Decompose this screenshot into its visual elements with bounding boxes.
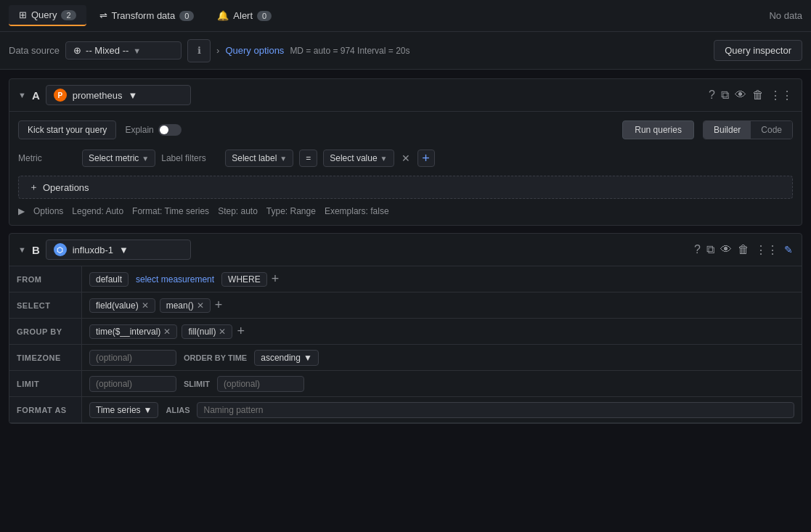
add-select-button[interactable]: + xyxy=(215,298,223,313)
select-key: SELECT xyxy=(9,292,82,319)
copy-icon[interactable]: ⧉ xyxy=(721,89,729,102)
mixed-selector-value: -- Mixed -- xyxy=(86,45,129,56)
chevron-down-icon: ▼ xyxy=(380,155,388,163)
query-options-button[interactable]: Query options xyxy=(225,45,284,56)
mixed-icon: ⊕ xyxy=(73,45,81,56)
tab-transform[interactable]: ⇌ Transform data 0 xyxy=(89,6,205,25)
query-block-b: ▼ B ⬡ influxdb-1 ▼ ? ⧉ 👁 🗑 ⋮⋮ ✎ FROM xyxy=(9,233,802,424)
format-as-value: Time series ▼ ALIAS xyxy=(82,397,802,423)
run-queries-button[interactable]: Run queries xyxy=(622,120,694,139)
chevron-down-icon: ▼ xyxy=(144,405,152,415)
expand-icon: › xyxy=(216,45,219,56)
eye-b-icon[interactable]: 👁 xyxy=(720,243,732,256)
query-meta: MD = auto = 974 Interval = 20s xyxy=(290,46,409,56)
order-by-time-label: ORDER BY TIME xyxy=(181,353,250,362)
query-inspector-button[interactable]: Query inspector xyxy=(714,40,802,61)
alert-icon: 🔔 xyxy=(217,10,229,21)
help-icon[interactable]: ? xyxy=(709,89,715,102)
remove-time-interval-icon[interactable]: ✕ xyxy=(163,327,171,337)
copy-b-icon[interactable]: ⧉ xyxy=(706,243,714,256)
kick-start-button[interactable]: Kick start your query xyxy=(18,120,116,139)
influx-query-grid: FROM default select measurement WHERE + … xyxy=(9,266,802,423)
metric-selector[interactable]: Select metric ▼ xyxy=(82,150,155,167)
chevron-down-icon: ▼ xyxy=(133,46,141,55)
code-tab[interactable]: Code xyxy=(751,121,792,139)
query-a-datasource-selector[interactable]: P prometheus ▼ xyxy=(46,85,191,105)
transform-icon: ⇌ xyxy=(99,10,107,21)
remove-mean-icon[interactable]: ✕ xyxy=(197,300,204,311)
delete-icon[interactable]: 🗑 xyxy=(752,89,764,102)
chevron-down-icon: ▼ xyxy=(128,90,137,101)
value-selector[interactable]: Select value ▼ xyxy=(323,150,394,167)
where-button[interactable]: WHERE xyxy=(221,272,267,287)
query-b-datasource-selector[interactable]: ⬡ influxdb-1 ▼ xyxy=(46,240,191,260)
eye-icon[interactable]: 👁 xyxy=(735,89,746,102)
chevron-down-icon: ▼ xyxy=(280,155,287,163)
data-source-selector[interactable]: ⊕ -- Mixed -- ▼ xyxy=(65,41,182,60)
select-measurement-button[interactable]: select measurement xyxy=(133,273,217,286)
query-b-datasource-name: influxdb-1 xyxy=(73,245,113,255)
chevron-down-icon: ▼ xyxy=(119,245,129,255)
exemplars-option: Exemplars: false xyxy=(325,206,389,216)
info-button[interactable]: ℹ xyxy=(187,39,211,62)
fill-null-tag[interactable]: fill(null) ✕ xyxy=(182,324,232,339)
explain-toggle-pill[interactable] xyxy=(158,124,182,136)
no-data-message: No data xyxy=(769,10,802,21)
plus-icon: ＋ xyxy=(29,181,38,194)
operations-button[interactable]: ＋ Operations xyxy=(18,176,793,199)
transform-badge: 0 xyxy=(179,11,194,21)
add-filter-button[interactable]: + xyxy=(417,150,435,167)
remove-fill-null-icon[interactable]: ✕ xyxy=(219,327,226,337)
query-a-builder: Kick start your query Explain Run querie… xyxy=(9,112,802,225)
from-key: FROM xyxy=(9,266,82,292)
help-b-icon[interactable]: ? xyxy=(694,243,701,256)
timezone-value: ORDER BY TIME ascending ▼ xyxy=(82,345,802,371)
explain-toggle: Explain xyxy=(125,124,181,136)
field-value-tag[interactable]: field(value) ✕ xyxy=(89,298,155,313)
limit-input[interactable] xyxy=(89,376,176,392)
drag-icon[interactable]: ⋮⋮ xyxy=(770,89,793,102)
collapse-a-button[interactable]: ▼ xyxy=(18,91,26,99)
group-by-key: GROUP BY xyxy=(9,319,82,345)
drag-b-icon[interactable]: ⋮⋮ xyxy=(755,243,778,257)
remove-field-value-icon[interactable]: ✕ xyxy=(142,300,149,311)
clear-filter-button[interactable]: ✕ xyxy=(400,151,412,165)
add-group-by-button[interactable]: + xyxy=(237,324,245,339)
tab-alert[interactable]: 🔔 Alert 0 xyxy=(207,6,282,25)
ascending-selector[interactable]: ascending ▼ xyxy=(254,350,319,366)
data-source-label: Data source xyxy=(9,45,60,56)
slimit-label: SLIMIT xyxy=(181,380,213,388)
time-interval-tag[interactable]: time($__interval) ✕ xyxy=(89,324,177,339)
prometheus-icon: P xyxy=(54,89,67,102)
builder-tab[interactable]: Builder xyxy=(704,121,751,139)
tab-transform-label: Transform data xyxy=(112,10,176,21)
main-content: ▼ A P prometheus ▼ ? ⧉ 👁 🗑 ⋮⋮ Kick start… xyxy=(0,70,811,532)
edit-b-icon[interactable]: ✎ xyxy=(784,244,793,255)
query-icon: ⊞ xyxy=(19,9,27,20)
tab-query[interactable]: ⊞ Query 2 xyxy=(9,5,86,26)
expand-options-icon[interactable]: ▶ xyxy=(18,206,25,216)
alias-input[interactable] xyxy=(197,402,794,418)
type-option: Type: Range xyxy=(266,206,316,216)
query-a-datasource-name: prometheus xyxy=(73,90,123,101)
group-by-value: time($__interval) ✕ fill(null) ✕ + xyxy=(82,319,802,345)
time-series-selector[interactable]: Time series ▼ xyxy=(89,402,158,418)
delete-b-icon[interactable]: 🗑 xyxy=(738,243,749,256)
metric-label: Metric xyxy=(18,153,76,163)
label-selector[interactable]: Select label ▼ xyxy=(225,150,293,167)
mean-tag[interactable]: mean() ✕ xyxy=(160,298,211,313)
chevron-down-icon: ▼ xyxy=(142,155,149,163)
chevron-down-icon: ▼ xyxy=(303,353,312,363)
query-b-letter: B xyxy=(32,244,40,256)
limit-value: SLIMIT xyxy=(82,371,802,397)
metric-placeholder: Select metric xyxy=(89,153,139,163)
from-value: default select measurement WHERE + xyxy=(82,266,802,292)
timezone-input[interactable] xyxy=(89,350,176,366)
collapse-b-button[interactable]: ▼ xyxy=(18,245,26,254)
format-option: Format: Time series xyxy=(132,206,209,216)
explain-label: Explain xyxy=(125,125,153,135)
default-tag: default xyxy=(89,272,129,287)
top-navigation: ⊞ Query 2 ⇌ Transform data 0 🔔 Alert 0 N… xyxy=(0,0,811,32)
slimit-input[interactable] xyxy=(217,376,304,392)
add-from-button[interactable]: + xyxy=(272,271,280,287)
